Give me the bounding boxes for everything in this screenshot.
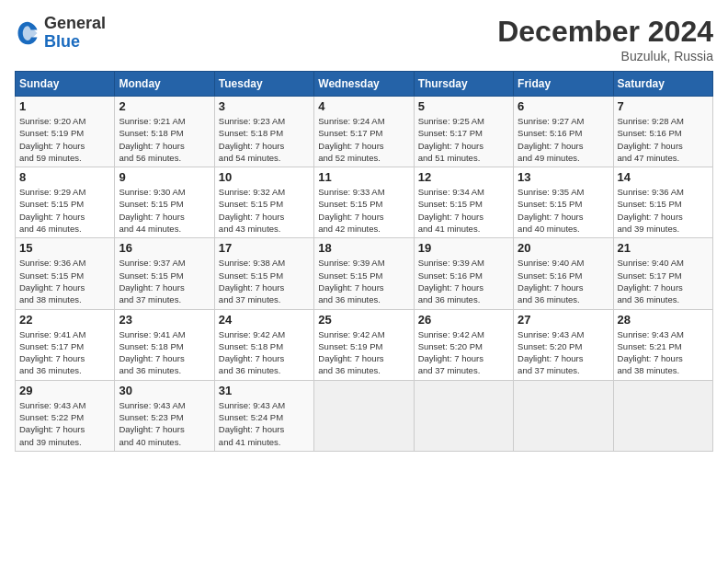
day-number: 7 xyxy=(618,99,709,113)
day-number: 21 xyxy=(618,241,709,255)
day-cell-29: 29Sunrise: 9:43 AMSunset: 5:22 PMDayligh… xyxy=(16,380,115,451)
empty-cell xyxy=(314,380,414,451)
day-info: Sunrise: 9:39 AMSunset: 5:15 PMDaylight:… xyxy=(318,257,409,305)
day-info: Sunrise: 9:37 AMSunset: 5:15 PMDaylight:… xyxy=(119,257,210,305)
day-number: 25 xyxy=(318,313,409,327)
day-info: Sunrise: 9:41 AMSunset: 5:18 PMDaylight:… xyxy=(119,328,210,377)
day-info: Sunrise: 9:27 AMSunset: 5:16 PMDaylight:… xyxy=(518,115,609,164)
day-cell-7: 7Sunrise: 9:28 AMSunset: 5:16 PMDaylight… xyxy=(613,97,712,167)
day-info: Sunrise: 9:33 AMSunset: 5:15 PMDaylight:… xyxy=(318,186,409,235)
day-cell-3: 3Sunrise: 9:23 AMSunset: 5:18 PMDaylight… xyxy=(214,97,313,167)
day-info: Sunrise: 9:42 AMSunset: 5:20 PMDaylight:… xyxy=(418,328,509,377)
day-cell-11: 11Sunrise: 9:33 AMSunset: 5:15 PMDayligh… xyxy=(314,167,414,238)
day-number: 6 xyxy=(518,99,609,113)
day-info: Sunrise: 9:32 AMSunset: 5:15 PMDaylight:… xyxy=(219,186,310,235)
day-cell-16: 16Sunrise: 9:37 AMSunset: 5:15 PMDayligh… xyxy=(115,238,214,309)
day-cell-13: 13Sunrise: 9:35 AMSunset: 5:15 PMDayligh… xyxy=(514,167,613,238)
day-number: 12 xyxy=(418,170,509,184)
day-number: 30 xyxy=(119,384,210,397)
day-info: Sunrise: 9:35 AMSunset: 5:15 PMDaylight:… xyxy=(518,186,609,235)
calendar-week-4: 22Sunrise: 9:41 AMSunset: 5:17 PMDayligh… xyxy=(16,309,713,380)
day-number: 28 xyxy=(618,313,709,327)
day-number: 16 xyxy=(119,241,210,255)
day-info: Sunrise: 9:43 AMSunset: 5:20 PMDaylight:… xyxy=(518,328,609,377)
day-cell-22: 22Sunrise: 9:41 AMSunset: 5:17 PMDayligh… xyxy=(16,309,115,380)
col-header-saturday: Saturday xyxy=(613,72,712,97)
day-cell-25: 25Sunrise: 9:42 AMSunset: 5:19 PMDayligh… xyxy=(314,309,414,380)
col-header-tuesday: Tuesday xyxy=(214,72,313,97)
day-cell-21: 21Sunrise: 9:40 AMSunset: 5:17 PMDayligh… xyxy=(613,238,712,309)
day-cell-14: 14Sunrise: 9:36 AMSunset: 5:15 PMDayligh… xyxy=(613,167,712,238)
calendar-week-1: 1Sunrise: 9:20 AMSunset: 5:19 PMDaylight… xyxy=(16,97,713,167)
day-cell-24: 24Sunrise: 9:42 AMSunset: 5:18 PMDayligh… xyxy=(214,309,313,380)
day-number: 31 xyxy=(219,384,310,397)
col-header-monday: Monday xyxy=(115,72,214,97)
day-cell-15: 15Sunrise: 9:36 AMSunset: 5:15 PMDayligh… xyxy=(16,238,115,309)
day-info: Sunrise: 9:39 AMSunset: 5:16 PMDaylight:… xyxy=(418,257,509,305)
day-cell-17: 17Sunrise: 9:38 AMSunset: 5:15 PMDayligh… xyxy=(214,238,313,309)
day-number: 2 xyxy=(119,99,210,113)
day-info: Sunrise: 9:43 AMSunset: 5:22 PMDaylight:… xyxy=(19,399,110,448)
day-info: Sunrise: 9:42 AMSunset: 5:18 PMDaylight:… xyxy=(219,328,310,377)
day-cell-18: 18Sunrise: 9:39 AMSunset: 5:15 PMDayligh… xyxy=(314,238,414,309)
day-info: Sunrise: 9:28 AMSunset: 5:16 PMDaylight:… xyxy=(618,115,709,164)
day-info: Sunrise: 9:24 AMSunset: 5:17 PMDaylight:… xyxy=(318,115,409,164)
day-info: Sunrise: 9:43 AMSunset: 5:21 PMDaylight:… xyxy=(618,328,709,377)
empty-cell xyxy=(414,380,513,451)
day-info: Sunrise: 9:29 AMSunset: 5:15 PMDaylight:… xyxy=(19,186,110,235)
day-cell-19: 19Sunrise: 9:39 AMSunset: 5:16 PMDayligh… xyxy=(414,238,513,309)
day-number: 10 xyxy=(219,170,310,184)
day-cell-31: 31Sunrise: 9:43 AMSunset: 5:24 PMDayligh… xyxy=(214,380,313,451)
day-cell-20: 20Sunrise: 9:40 AMSunset: 5:16 PMDayligh… xyxy=(514,238,613,309)
day-info: Sunrise: 9:34 AMSunset: 5:15 PMDaylight:… xyxy=(418,186,509,235)
calendar-week-2: 8Sunrise: 9:29 AMSunset: 5:15 PMDaylight… xyxy=(16,167,713,238)
day-number: 19 xyxy=(418,241,509,255)
day-cell-6: 6Sunrise: 9:27 AMSunset: 5:16 PMDaylight… xyxy=(514,97,613,167)
logo: General Blue xyxy=(15,15,106,52)
location: Buzuluk, Russia xyxy=(497,49,713,63)
day-info: Sunrise: 9:41 AMSunset: 5:17 PMDaylight:… xyxy=(19,328,110,377)
logo-icon xyxy=(15,20,40,46)
day-info: Sunrise: 9:30 AMSunset: 5:15 PMDaylight:… xyxy=(119,186,210,235)
day-cell-12: 12Sunrise: 9:34 AMSunset: 5:15 PMDayligh… xyxy=(414,167,513,238)
col-header-friday: Friday xyxy=(514,72,613,97)
day-cell-1: 1Sunrise: 9:20 AMSunset: 5:19 PMDaylight… xyxy=(16,97,115,167)
day-cell-5: 5Sunrise: 9:25 AMSunset: 5:17 PMDaylight… xyxy=(414,97,513,167)
col-header-thursday: Thursday xyxy=(414,72,513,97)
day-cell-26: 26Sunrise: 9:42 AMSunset: 5:20 PMDayligh… xyxy=(414,309,513,380)
header: General Blue December 2024 Buzuluk, Russ… xyxy=(15,15,713,63)
day-info: Sunrise: 9:42 AMSunset: 5:19 PMDaylight:… xyxy=(318,328,409,377)
day-info: Sunrise: 9:23 AMSunset: 5:18 PMDaylight:… xyxy=(219,115,310,164)
day-info: Sunrise: 9:43 AMSunset: 5:24 PMDaylight:… xyxy=(219,399,310,448)
day-number: 3 xyxy=(219,99,310,113)
day-number: 9 xyxy=(119,170,210,184)
day-cell-10: 10Sunrise: 9:32 AMSunset: 5:15 PMDayligh… xyxy=(214,167,313,238)
day-info: Sunrise: 9:25 AMSunset: 5:17 PMDaylight:… xyxy=(418,115,509,164)
day-number: 8 xyxy=(19,170,110,184)
day-number: 18 xyxy=(318,241,409,255)
day-number: 1 xyxy=(19,99,110,113)
day-number: 29 xyxy=(19,384,110,397)
day-cell-2: 2Sunrise: 9:21 AMSunset: 5:18 PMDaylight… xyxy=(115,97,214,167)
day-cell-4: 4Sunrise: 9:24 AMSunset: 5:17 PMDaylight… xyxy=(314,97,414,167)
day-number: 20 xyxy=(518,241,609,255)
logo-text: General Blue xyxy=(44,15,106,52)
day-info: Sunrise: 9:38 AMSunset: 5:15 PMDaylight:… xyxy=(219,257,310,305)
calendar-week-5: 29Sunrise: 9:43 AMSunset: 5:22 PMDayligh… xyxy=(16,380,713,451)
calendar-header: SundayMondayTuesdayWednesdayThursdayFrid… xyxy=(16,72,713,97)
day-number: 23 xyxy=(119,313,210,327)
day-info: Sunrise: 9:21 AMSunset: 5:18 PMDaylight:… xyxy=(119,115,210,164)
day-cell-9: 9Sunrise: 9:30 AMSunset: 5:15 PMDaylight… xyxy=(115,167,214,238)
day-info: Sunrise: 9:40 AMSunset: 5:17 PMDaylight:… xyxy=(618,257,709,305)
day-info: Sunrise: 9:36 AMSunset: 5:15 PMDaylight:… xyxy=(618,186,709,235)
day-cell-28: 28Sunrise: 9:43 AMSunset: 5:21 PMDayligh… xyxy=(613,309,712,380)
month-title: December 2024 xyxy=(497,15,713,49)
day-cell-27: 27Sunrise: 9:43 AMSunset: 5:20 PMDayligh… xyxy=(514,309,613,380)
day-cell-8: 8Sunrise: 9:29 AMSunset: 5:15 PMDaylight… xyxy=(16,167,115,238)
day-number: 13 xyxy=(518,170,609,184)
day-number: 17 xyxy=(219,241,310,255)
empty-cell xyxy=(613,380,712,451)
calendar-week-3: 15Sunrise: 9:36 AMSunset: 5:15 PMDayligh… xyxy=(16,238,713,309)
day-number: 22 xyxy=(19,313,110,327)
day-number: 4 xyxy=(318,99,409,113)
